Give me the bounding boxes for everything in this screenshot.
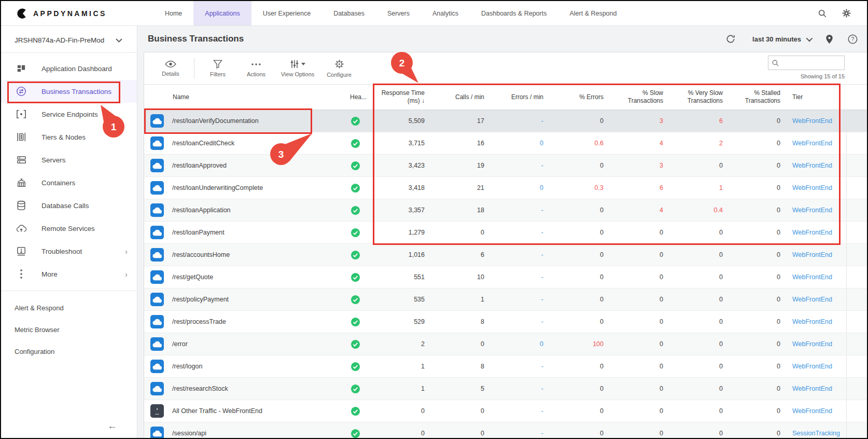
tier-link[interactable]: WebFrontEnd: [792, 296, 832, 303]
errors-per-min-cell[interactable]: -: [492, 162, 551, 169]
errors-per-min-cell[interactable]: -: [492, 318, 551, 325]
table-row[interactable]: /rest/accountsHome 1,016 6 - 0 0 0 0 Web…: [144, 244, 867, 266]
table-row[interactable]: /rest/logon 1 8 - 0 0 0 0 WebFrontEnd: [144, 355, 867, 378]
table-row[interactable]: /rest/policyPayment 535 1 - 0 0 0 0 WebF…: [144, 289, 867, 311]
appdynamics-logo[interactable]: APPDYNAMICS: [1, 1, 121, 25]
column-header-pct-very-slow[interactable]: % Very Slow Transactions: [670, 89, 730, 105]
table-row[interactable]: /rest/loanPayment 1,279 0 - 0 0 0 0 WebF…: [144, 222, 867, 244]
table-search-input[interactable]: [779, 59, 841, 66]
transaction-name: /rest/policyPayment: [172, 296, 229, 303]
sidebar-item-more[interactable]: More ›: [1, 263, 137, 285]
actions-button[interactable]: Actions: [237, 60, 275, 77]
details-button[interactable]: Details: [151, 60, 190, 77]
collapse-sidebar-icon[interactable]: ←: [107, 420, 117, 432]
nav-dashboards-reports[interactable]: Dashboards & Reports: [470, 1, 558, 25]
sidebar-item-service-endpoints[interactable]: Service Endpoints: [1, 103, 137, 126]
column-header-response-time[interactable]: Response Time (ms) ↓: [372, 89, 432, 105]
chevron-down-icon[interactable]: [806, 35, 813, 42]
refresh-icon[interactable]: [725, 34, 736, 44]
nav-servers[interactable]: Servers: [376, 1, 421, 25]
nav-user-experience[interactable]: User Experience: [251, 1, 322, 25]
errors-per-min-cell[interactable]: -: [492, 363, 551, 370]
errors-per-min-cell[interactable]: -: [492, 251, 551, 258]
table-row[interactable]: /rest/loanApproved 3,423 19 - 0 3 0 0 We…: [144, 155, 867, 177]
table-row[interactable]: /rest/loanVerifyDocumentation 5,509 17 -…: [144, 110, 867, 132]
tier-link[interactable]: WebFrontEnd: [792, 318, 832, 325]
errors-per-min-cell[interactable]: -: [492, 207, 551, 214]
health-check-icon: [351, 250, 360, 260]
sidebar-item-remote-services[interactable]: Remote Services: [1, 217, 137, 240]
column-header-name[interactable]: Name: [144, 93, 339, 101]
sidebar-item-servers[interactable]: Servers: [1, 148, 137, 171]
table-row[interactable]: /rest/loanUnderwritingComplete 3,418 21 …: [144, 177, 867, 199]
table-row[interactable]: /rest/processTrade 529 8 - 0 0 0 0 WebFr…: [144, 311, 867, 333]
tier-link[interactable]: WebFrontEnd: [792, 117, 832, 125]
column-header-pct-errors[interactable]: % Errors: [551, 93, 611, 101]
errors-per-min-cell[interactable]: -: [492, 430, 551, 437]
nav-home[interactable]: Home: [153, 1, 193, 25]
sidebar-link-alert-respond[interactable]: Alert & Respond: [1, 297, 137, 319]
column-header-tier[interactable]: Tier: [788, 85, 847, 109]
nav-alert-respond[interactable]: Alert & Respond: [558, 1, 628, 25]
filters-button[interactable]: Filters: [199, 60, 237, 77]
tier-link[interactable]: WebFrontEnd: [792, 407, 832, 415]
errors-per-min-cell[interactable]: -: [492, 385, 551, 392]
column-header-pct-slow[interactable]: % Slow Transactions: [611, 89, 670, 105]
sidebar-item-containers[interactable]: Containers: [1, 171, 137, 194]
errors-per-min-cell[interactable]: 0: [492, 340, 551, 348]
column-header-calls-per-min[interactable]: Calls / min: [432, 93, 492, 101]
application-selector[interactable]: JRSHN874a-AD-Fin-PreMod: [1, 26, 137, 52]
column-header-errors-per-min[interactable]: Errors / min: [492, 93, 551, 101]
table-row[interactable]: ›... All Other Traffic - WebFrontEnd 0 0…: [144, 400, 867, 422]
help-icon[interactable]: ?: [848, 34, 858, 44]
column-header-pct-stalled[interactable]: % Stalled Transactions: [730, 89, 788, 105]
sidebar-item-tiers-nodes[interactable]: Tiers & Nodes: [1, 126, 137, 148]
search-icon[interactable]: [818, 9, 827, 18]
errors-per-min-cell[interactable]: 0: [492, 184, 551, 191]
gear-icon[interactable]: [842, 8, 851, 18]
table-row[interactable]: /session/api 0 0 - 0 0 0 0 SessionTracki…: [144, 422, 867, 438]
sidebar-link-metric-browser[interactable]: Metric Browser: [1, 319, 137, 341]
errors-per-min-cell[interactable]: -: [492, 117, 551, 125]
table-row[interactable]: /rest/researchStock 1 5 - 0 0 0 0 WebFro…: [144, 378, 867, 400]
tier-link[interactable]: WebFrontEnd: [792, 340, 832, 348]
errors-per-min-cell[interactable]: -: [492, 273, 551, 281]
sidebar-item-troubleshoot[interactable]: Troubleshoot ›: [1, 240, 137, 263]
configure-button[interactable]: Configure: [320, 59, 358, 78]
time-range-selector[interactable]: last 30 minutes: [752, 35, 801, 43]
tier-link[interactable]: WebFrontEnd: [792, 184, 832, 191]
health-check-icon: [351, 362, 360, 372]
view-options-button[interactable]: View Options: [275, 60, 320, 77]
tier-link[interactable]: WebFrontEnd: [792, 207, 832, 214]
tier-link[interactable]: WebFrontEnd: [792, 251, 832, 258]
sidebar-link-configuration[interactable]: Configuration: [1, 341, 137, 363]
pct-very-slow-cell: 0: [670, 162, 730, 169]
tier-link[interactable]: WebFrontEnd: [792, 229, 832, 236]
pct-slow-cell: 0: [611, 318, 670, 325]
nav-analytics[interactable]: Analytics: [421, 1, 470, 25]
tier-link[interactable]: WebFrontEnd: [792, 273, 832, 281]
table-row[interactable]: /rest/getQuote 551 10 - 0 0 0 0 WebFront…: [144, 266, 867, 289]
sidebar-item-application-dashboard[interactable]: Application Dashboard: [1, 57, 137, 80]
tier-link[interactable]: WebFrontEnd: [792, 162, 832, 169]
location-pin-icon[interactable]: [825, 34, 833, 44]
table-row[interactable]: /error 2 0 0 100 0 0 0 WebFrontEnd: [144, 333, 867, 355]
errors-per-min-cell[interactable]: 0: [492, 140, 551, 147]
tier-link[interactable]: WebFrontEnd: [792, 385, 832, 392]
column-header-health[interactable]: Hea...: [339, 93, 372, 101]
sidebar-item-business-transactions[interactable]: Business Transactions: [1, 80, 137, 103]
errors-per-min-cell[interactable]: -: [492, 229, 551, 236]
errors-per-min-cell[interactable]: -: [492, 407, 551, 415]
errors-per-min-cell[interactable]: -: [492, 296, 551, 303]
nav-databases[interactable]: Databases: [322, 1, 376, 25]
tier-link[interactable]: WebFrontEnd: [792, 363, 832, 370]
table-search-box[interactable]: [768, 56, 845, 70]
table-row[interactable]: /rest/loanApplication 3,357 18 - 0 4 0.4…: [144, 199, 867, 222]
tier-link[interactable]: SessionTracking: [792, 430, 840, 437]
nav-applications[interactable]: Applications: [193, 1, 251, 25]
table-row[interactable]: /rest/loanCreditCheck 3,715 16 0 0.6 4 2…: [144, 132, 867, 155]
toolbar-divider: [194, 58, 194, 79]
pct-slow-cell: 6: [611, 184, 670, 191]
sidebar-item-database-calls[interactable]: Database Calls: [1, 194, 137, 217]
tier-link[interactable]: WebFrontEnd: [792, 140, 832, 147]
